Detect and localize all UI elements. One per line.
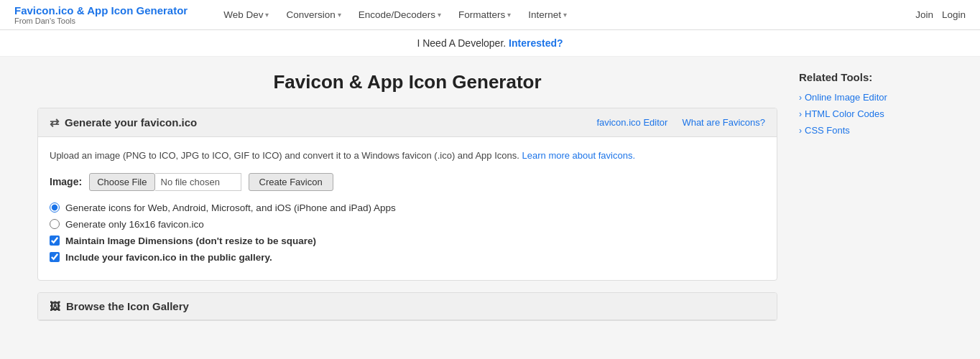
nav-login[interactable]: Login: [942, 9, 966, 20]
header: Favicon.ico & App Icon Generator From Da…: [0, 0, 980, 30]
sidebar-link-label-0: Online Image Editor: [805, 92, 887, 103]
what-are-favicons-link[interactable]: What are Favicons?: [682, 117, 765, 128]
nav-item-encode[interactable]: Encode/Decoders ▾: [351, 5, 448, 24]
radio-16x16-label: Generate only 16x16 favicon.ico: [65, 219, 204, 230]
radio-all-icons-input[interactable]: [50, 202, 60, 213]
nav-join[interactable]: Join: [915, 9, 933, 20]
nav-item-formatters[interactable]: Formatters ▾: [451, 5, 518, 24]
file-input-wrapper: Choose File No file chosen: [89, 173, 241, 191]
checkboxes-container: Maintain Image Dimensions (don't resize …: [50, 236, 765, 263]
learn-more-link[interactable]: Learn more about favicons.: [522, 150, 636, 161]
generate-card-header-left: ⇄ Generate your favicon.ico: [50, 116, 197, 129]
browse-card-header: 🖼 Browse the Icon Gallery: [38, 293, 777, 320]
nav-item-webdev[interactable]: Web Dev ▾: [216, 5, 276, 24]
main: Favicon & App Icon Generator ⇄ Generate …: [23, 57, 957, 347]
browse-card-title: Browse the Icon Gallery: [66, 300, 189, 312]
generate-card: ⇄ Generate your favicon.ico favicon.ico …: [37, 108, 777, 281]
chevron-down-icon-conversion: ▾: [338, 11, 341, 19]
page-title: Favicon & App Icon Generator: [37, 71, 777, 93]
brand-title[interactable]: Favicon.ico & App Icon Generator: [14, 4, 188, 17]
nav-label-webdev: Web Dev: [223, 9, 263, 20]
banner-link[interactable]: Interested?: [509, 37, 563, 49]
radio-16x16-input[interactable]: [50, 219, 60, 229]
chevron-right-icon-0: ›: [799, 93, 802, 103]
main-nav: Web Dev ▾ Conversion ▾ Encode/Decoders ▾…: [216, 5, 915, 24]
radio-all-icons-label: Generate icons for Web, Android, Microso…: [65, 202, 396, 213]
nav-label-encode: Encode/Decoders: [359, 9, 435, 20]
chevron-right-icon-2: ›: [799, 126, 802, 136]
browse-icon: 🖼: [50, 300, 60, 312]
nav-right: Join Login: [915, 9, 966, 20]
file-name-display: No file chosen: [155, 173, 241, 191]
upload-description: Upload an image (PNG to ICO, JPG to ICO,…: [50, 149, 765, 163]
sidebar-link-css-fonts[interactable]: › CSS Fonts: [799, 125, 943, 136]
choose-file-button[interactable]: Choose File: [89, 173, 154, 191]
nav-item-internet[interactable]: Internet ▾: [521, 5, 574, 24]
nav-label-conversion: Conversion: [286, 9, 335, 20]
radio-all-icons: Generate icons for Web, Android, Microso…: [50, 202, 765, 213]
sidebar-title: Related Tools:: [799, 71, 943, 83]
banner: I Need A Developer. Interested?: [0, 30, 980, 57]
sidebar-link-color-codes[interactable]: › HTML Color Codes: [799, 108, 943, 119]
chevron-down-icon-formatters: ▾: [507, 11, 511, 19]
create-favicon-button[interactable]: Create Favicon: [249, 173, 333, 191]
checkbox-maintain-dimensions: Maintain Image Dimensions (don't resize …: [50, 236, 765, 246]
brand-sub: From Dan's Tools: [14, 17, 188, 25]
radio-16x16: Generate only 16x16 favicon.ico: [50, 219, 765, 230]
banner-text: I Need A Developer.: [417, 37, 506, 49]
chevron-right-icon-1: ›: [799, 109, 802, 119]
nav-item-conversion[interactable]: Conversion ▾: [279, 5, 348, 24]
content: Favicon & App Icon Generator ⇄ Generate …: [37, 71, 777, 332]
generate-card-title: Generate your favicon.ico: [65, 116, 197, 129]
sidebar-link-label-2: CSS Fonts: [805, 125, 850, 136]
shuffle-icon: ⇄: [50, 116, 59, 129]
sidebar-link-label-1: HTML Color Codes: [805, 108, 884, 119]
nav-label-internet: Internet: [528, 9, 561, 20]
generate-card-header-links: favicon.ico Editor What are Favicons?: [596, 117, 765, 128]
favicon-editor-link[interactable]: favicon.ico Editor: [596, 117, 667, 128]
nav-label-formatters: Formatters: [458, 9, 505, 20]
image-label: Image:: [50, 176, 82, 187]
checkbox-public-gallery: Include your favicon.ico in the public g…: [50, 252, 765, 263]
browse-card: 🖼 Browse the Icon Gallery: [37, 292, 777, 321]
brand: Favicon.ico & App Icon Generator From Da…: [14, 4, 188, 25]
chevron-down-icon-encode: ▾: [438, 11, 441, 19]
chevron-down-icon-internet: ▾: [563, 11, 567, 19]
sidebar: Related Tools: › Online Image Editor › H…: [799, 71, 943, 332]
generate-card-header: ⇄ Generate your favicon.ico favicon.ico …: [38, 108, 777, 137]
generate-card-body: Upload an image (PNG to ICO, JPG to ICO,…: [38, 137, 777, 280]
checkbox-maintain-dimensions-input[interactable]: [50, 236, 60, 246]
sidebar-link-image-editor[interactable]: › Online Image Editor: [799, 92, 943, 103]
image-upload-row: Image: Choose File No file chosen Create…: [50, 173, 765, 191]
checkbox-maintain-dimensions-label: Maintain Image Dimensions (don't resize …: [65, 236, 316, 246]
checkbox-public-gallery-label: Include your favicon.ico in the public g…: [65, 252, 272, 263]
checkbox-public-gallery-input[interactable]: [50, 252, 60, 262]
chevron-down-icon-webdev: ▾: [265, 11, 269, 19]
